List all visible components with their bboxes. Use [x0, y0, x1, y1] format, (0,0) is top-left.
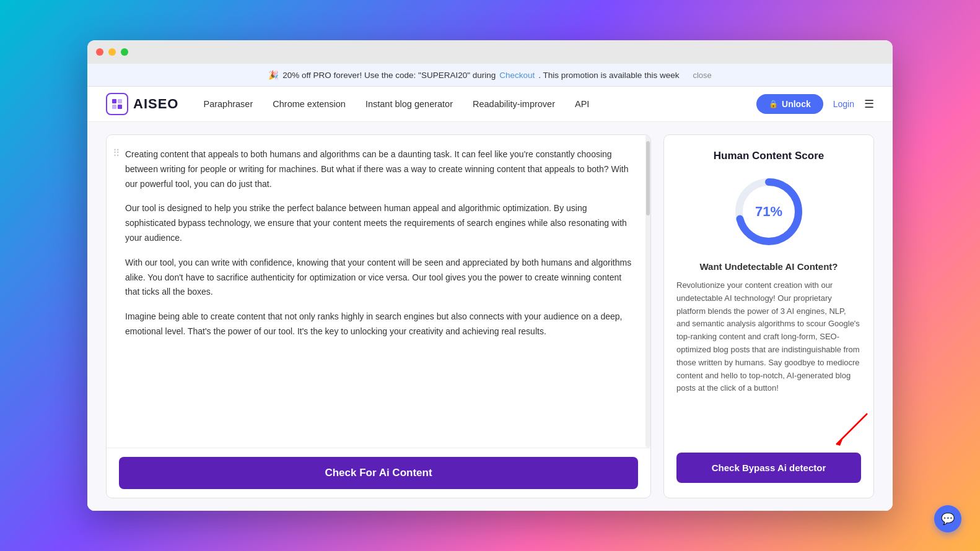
unlock-button[interactable]: 🔒 Unlock	[756, 94, 823, 114]
promo-text2: . This promotion is available this week	[538, 71, 679, 80]
right-panel: Human Content Score 71% Want Undetectabl…	[663, 134, 874, 498]
nav-readability[interactable]: Readability-improver	[473, 99, 555, 109]
nav-chrome-extension[interactable]: Chrome extension	[273, 99, 346, 109]
bypass-btn-container: Check Bypass Ai detector	[676, 453, 861, 483]
minimize-button[interactable]	[108, 48, 116, 56]
browser-window: 🎉 20% off PRO forever! Use the code: "SU…	[87, 40, 893, 511]
donut-chart: 71%	[732, 175, 806, 249]
nav-actions: 🔒 Unlock Login ☰	[756, 94, 874, 114]
scrollbar-track[interactable]	[645, 135, 650, 448]
main-content: ⠿ Creating content that appeals to both …	[87, 122, 893, 511]
nav-paraphraser[interactable]: Paraphraser	[203, 99, 253, 109]
left-panel: ⠿ Creating content that appeals to both …	[106, 134, 651, 498]
navbar: AISEO Paraphraser Chrome extension Insta…	[87, 87, 893, 122]
logo-icon	[106, 93, 128, 115]
paragraph-1: Creating content that appeals to both hu…	[125, 147, 633, 191]
paragraph-3: With our tool, you can write with confid…	[125, 256, 633, 300]
title-bar	[87, 40, 893, 64]
browser-content: 🎉 20% off PRO forever! Use the code: "SU…	[87, 64, 893, 511]
promo-close-button[interactable]: close	[693, 71, 711, 80]
check-bypass-button[interactable]: Check Bypass Ai detector	[676, 453, 861, 483]
text-area-container: ⠿ Creating content that appeals to both …	[107, 135, 650, 448]
text-content[interactable]: Creating content that appeals to both hu…	[107, 135, 645, 448]
promo-emoji: 🎉	[268, 70, 279, 80]
svg-rect-3	[118, 105, 122, 109]
scrollbar-thumb[interactable]	[646, 141, 650, 215]
drag-handle-icon: ⠿	[113, 147, 120, 159]
paragraph-2: Our tool is designed to help you strike …	[125, 201, 633, 245]
logo-area: AISEO	[106, 93, 178, 115]
promo-description: Revolutionize your content creation with…	[676, 279, 861, 395]
check-ai-content-button[interactable]: Check For Ai Content	[119, 457, 638, 489]
checkout-link[interactable]: Checkout	[499, 71, 535, 80]
score-label: 71%	[755, 204, 782, 220]
paragraph-4: Imagine being able to create content tha…	[125, 310, 633, 339]
svg-line-6	[836, 414, 867, 445]
chat-bubble-button[interactable]: 💬	[934, 505, 961, 532]
login-link[interactable]: Login	[833, 99, 854, 109]
arrow-indicator	[818, 407, 873, 451]
svg-rect-1	[118, 99, 122, 103]
promo-text: 20% off PRO forever! Use the code: "SUPE…	[282, 71, 496, 80]
undetectable-title: Want Undetectable AI Content?	[699, 261, 838, 272]
promo-bar: 🎉 20% off PRO forever! Use the code: "SU…	[87, 64, 893, 87]
lock-icon: 🔒	[769, 100, 778, 108]
human-score-title: Human Content Score	[714, 150, 825, 162]
unlock-label: Unlock	[782, 99, 811, 109]
close-button[interactable]	[96, 48, 103, 56]
chat-icon: 💬	[941, 512, 955, 526]
svg-rect-2	[112, 105, 116, 109]
maximize-button[interactable]	[121, 48, 128, 56]
logo-text: AISEO	[133, 96, 178, 112]
left-panel-footer: Check For Ai Content	[107, 448, 650, 498]
menu-icon[interactable]: ☰	[864, 97, 874, 111]
nav-instant-blog[interactable]: Instant blog generator	[365, 99, 453, 109]
svg-rect-0	[112, 99, 116, 103]
nav-api[interactable]: API	[575, 99, 589, 109]
nav-links: Paraphraser Chrome extension Instant blo…	[203, 99, 756, 109]
